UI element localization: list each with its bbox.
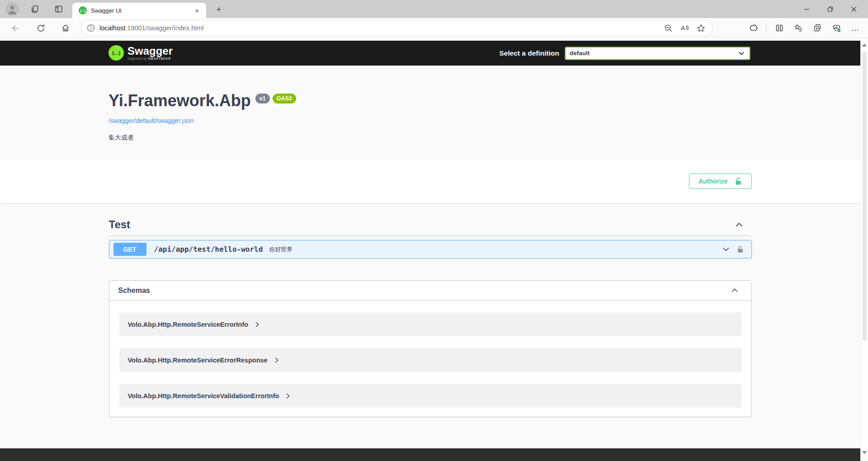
scrollbar-up-arrow[interactable] bbox=[862, 43, 867, 47]
definition-selected-value: default bbox=[570, 50, 739, 56]
window-controls bbox=[795, 0, 865, 18]
browser-essentials-icon[interactable] bbox=[830, 22, 843, 34]
api-description: 集大成者 bbox=[108, 134, 860, 142]
swagger-logo-subtext: Supported by SMARTBEAR bbox=[127, 57, 173, 60]
operation-summary: 你好世界 bbox=[269, 245, 717, 254]
split-screen-icon[interactable] bbox=[773, 22, 786, 34]
tag-header-test[interactable]: Test bbox=[109, 203, 752, 236]
scheme-container: Authorize bbox=[0, 159, 860, 203]
select-definition-label: Select a definition bbox=[499, 49, 559, 57]
model-row-remote-service-error-response[interactable]: Volo.Abp.Http.RemoteServiceErrorResponse bbox=[119, 348, 741, 372]
chevron-right-icon bbox=[275, 358, 278, 363]
model-row-remote-service-error-info[interactable]: Volo.Abp.Http.RemoteServiceErrorInfo bbox=[119, 312, 741, 336]
swagger-page: {…} Swagger Supported by SMARTBEAR Selec… bbox=[0, 38, 868, 461]
operation-path[interactable]: /api/app/test/hello-world bbox=[154, 245, 263, 254]
swagger-topbar: {…} Swagger Supported by SMARTBEAR Selec… bbox=[0, 41, 860, 66]
url-path: :19001/swagger/index.html bbox=[125, 24, 203, 32]
authorize-label: Authorize bbox=[698, 178, 728, 185]
tag-title: Test bbox=[109, 218, 736, 231]
schemas-collapse-chevron-up-icon[interactable] bbox=[731, 288, 738, 292]
operation-get-hello-world[interactable]: GET /api/app/test/hello-world 你好世界 bbox=[109, 240, 752, 259]
read-aloud-icon[interactable]: A bbox=[679, 22, 690, 34]
oas3-badge: OAS3 bbox=[273, 94, 296, 103]
tab-actions-icon[interactable] bbox=[53, 3, 65, 15]
swagger-favicon: {…} bbox=[79, 6, 87, 14]
window-restore-button[interactable] bbox=[818, 0, 842, 18]
url-text[interactable]: localhost:19001/swagger/index.html bbox=[99, 24, 658, 32]
api-info-section: Yi.Framework.Abp v1 OAS3 /swagger/defaul… bbox=[0, 66, 860, 159]
back-icon[interactable] bbox=[9, 22, 22, 34]
tab-title: Swagger UI bbox=[91, 7, 193, 14]
settings-more-icon[interactable]: … bbox=[849, 22, 862, 34]
model-name: Volo.Abp.Http.RemoteServiceValidationErr… bbox=[128, 392, 279, 400]
swagger-logo[interactable]: {…} Swagger Supported by SMARTBEAR bbox=[108, 45, 173, 61]
schemas-header[interactable]: Schemas bbox=[109, 281, 751, 301]
site-info-icon[interactable] bbox=[87, 24, 95, 32]
expand-chevron-down-icon[interactable] bbox=[721, 244, 731, 255]
chevron-right-icon bbox=[255, 322, 259, 327]
authorize-button[interactable]: Authorize bbox=[689, 174, 752, 189]
scrollbar-thumb[interactable] bbox=[863, 52, 867, 341]
tag-section-test: Test GET /api/app/test/hello-world 你好世界 bbox=[109, 203, 752, 259]
toolbar-right-cluster: … bbox=[741, 22, 862, 34]
address-bar[interactable]: localhost:19001/swagger/index.html A bbox=[81, 20, 713, 36]
http-method-badge[interactable]: GET bbox=[113, 243, 146, 256]
definition-select[interactable]: default bbox=[565, 47, 750, 60]
model-row-remote-service-validation-error-info[interactable]: Volo.Abp.Http.RemoteServiceValidationErr… bbox=[119, 384, 741, 408]
version-badge: v1 bbox=[255, 94, 270, 103]
new-tab-button[interactable]: + bbox=[213, 4, 224, 15]
refresh-icon[interactable] bbox=[34, 22, 47, 34]
model-name: Volo.Abp.Http.RemoteServiceErrorResponse bbox=[128, 357, 268, 364]
tab-close-icon[interactable]: × bbox=[193, 6, 202, 15]
profile-avatar[interactable] bbox=[5, 2, 19, 16]
chevron-right-icon bbox=[286, 393, 290, 399]
schemas-title: Schemas bbox=[118, 287, 731, 295]
page-bottom-dark-band bbox=[0, 448, 860, 461]
browser-tab-swagger-ui[interactable]: {…} Swagger UI × bbox=[72, 3, 206, 18]
browser-toolbar: localhost:19001/swagger/index.html A bbox=[0, 18, 868, 38]
favorites-list-icon[interactable] bbox=[792, 22, 805, 34]
url-host: localhost bbox=[99, 24, 125, 32]
scrollbar-down-arrow[interactable] bbox=[862, 451, 867, 454]
workspaces-icon[interactable] bbox=[29, 3, 41, 15]
favorite-star-icon[interactable] bbox=[695, 22, 707, 34]
collapse-chevron-up-icon[interactable] bbox=[736, 222, 743, 227]
zoom-out-icon[interactable] bbox=[662, 22, 674, 34]
toolbar-divider bbox=[766, 24, 767, 33]
chevron-down-icon bbox=[739, 52, 744, 55]
spec-json-link[interactable]: /swagger/default/swagger.json bbox=[108, 117, 193, 124]
window-close-button[interactable] bbox=[842, 0, 865, 18]
collections-icon[interactable] bbox=[811, 22, 824, 34]
model-name: Volo.Abp.Http.RemoteServiceErrorInfo bbox=[128, 321, 248, 328]
extensions-icon[interactable] bbox=[747, 22, 760, 34]
person-icon bbox=[5, 2, 19, 16]
vertical-scrollbar[interactable] bbox=[860, 38, 868, 459]
browser-tab-strip: {…} Swagger UI × + bbox=[0, 0, 868, 18]
swagger-logo-icon: {…} bbox=[108, 45, 124, 61]
schemas-section: Schemas Volo.Abp.Http.RemoteServiceError… bbox=[109, 280, 752, 417]
operation-lock-icon[interactable] bbox=[735, 244, 746, 255]
api-title: Yi.Framework.Abp bbox=[108, 91, 251, 111]
unlock-icon bbox=[734, 177, 742, 185]
swagger-logo-text: Swagger bbox=[127, 46, 173, 56]
window-minimize-button[interactable] bbox=[795, 0, 818, 18]
home-icon[interactable] bbox=[59, 22, 72, 34]
svg-text:A: A bbox=[681, 24, 685, 32]
